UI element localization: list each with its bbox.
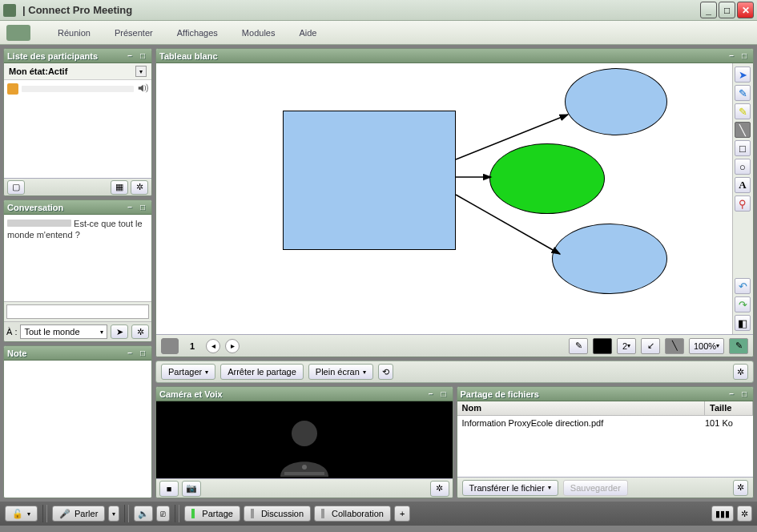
svg-line-2 — [456, 195, 560, 254]
fileshare-title: Partage de fichiers — [461, 389, 725, 399]
arrow-style-button[interactable]: ↙ — [641, 338, 660, 354]
grid-view-button[interactable]: ▦ — [111, 180, 128, 195]
share-button[interactable]: Partager▾ — [161, 364, 215, 380]
file-name: Information ProxyEcole direction.pdf — [462, 418, 706, 428]
fileshare-settings-button[interactable]: ✲ — [733, 480, 748, 496]
conversation-title: Conversation — [7, 203, 123, 212]
pod-minimize-icon[interactable]: – — [124, 203, 135, 212]
add-layout-button[interactable]: + — [394, 506, 410, 522]
chat-sender-redacted — [7, 220, 71, 227]
tool-undo[interactable]: ↶ — [735, 278, 751, 294]
sync-button[interactable]: ⟲ — [378, 364, 393, 380]
svg-point-3 — [292, 421, 317, 446]
participant-row[interactable] — [4, 80, 151, 98]
fileshare-column-name[interactable]: Nom — [457, 401, 706, 415]
layout-discussion[interactable]: Discussion — [244, 506, 311, 522]
tool-select[interactable]: ➤ — [735, 66, 751, 83]
tool-ellipse[interactable]: ○ — [735, 159, 751, 175]
layout-collaboration[interactable]: Collaboration — [314, 506, 391, 522]
chat-send-button[interactable]: ➤ — [111, 324, 128, 339]
layout-partage[interactable]: Partage — [184, 506, 240, 522]
line-style-button[interactable]: ╲ — [665, 338, 684, 354]
stroke-tool-icon[interactable]: ✎ — [569, 338, 588, 354]
fileshare-column-size[interactable]: Taille — [705, 401, 753, 415]
talk-options-button[interactable]: ▾ — [108, 506, 119, 522]
camera-settings-button[interactable]: ✲ — [430, 481, 449, 497]
whiteboard-fit-button[interactable]: ✎ — [729, 338, 748, 354]
pod-minimize-icon[interactable]: – — [124, 51, 135, 61]
speaker-icon[interactable] — [137, 83, 148, 95]
host-icon — [7, 83, 18, 95]
chat-recipient-select[interactable]: Tout le monde ▾ — [20, 324, 107, 339]
share-settings-button[interactable]: ✲ — [733, 364, 748, 380]
status-dropdown-button[interactable]: ▾ — [135, 66, 147, 77]
color-swatch[interactable] — [593, 338, 612, 354]
page-next-button[interactable]: ▸ — [225, 339, 240, 353]
participant-name — [22, 86, 134, 92]
tool-pencil[interactable]: ✎ — [735, 85, 751, 101]
menu-affichages[interactable]: Affichages — [172, 25, 223, 41]
diagram-arrow — [456, 191, 584, 272]
tool-line[interactable]: ╲ — [735, 122, 751, 138]
file-size: 101 Ko — [705, 418, 748, 428]
bottom-bar: 🔓 ▾ 🎤 Parler ▾ 🔈 ⎚ Partage Discussion Co… — [0, 502, 757, 526]
participants-square-button[interactable]: ▢ — [7, 180, 25, 195]
voice-status-button[interactable]: 🔓 ▾ — [5, 506, 38, 522]
conversation-pod: Conversation – □ Est-ce que tout le mond… — [3, 200, 152, 342]
pod-minimize-icon[interactable]: – — [726, 51, 737, 61]
chat-input[interactable] — [6, 304, 149, 319]
stop-sharing-button[interactable]: Arrêter le partage — [220, 364, 304, 380]
tool-text[interactable]: A — [735, 177, 751, 193]
pod-maximize-icon[interactable]: □ — [137, 349, 148, 358]
diagram-rectangle[interactable] — [283, 111, 456, 250]
whiteboard-stop-button[interactable] — [161, 338, 179, 354]
camera-toggle-button[interactable]: 📷 — [182, 481, 201, 497]
pod-maximize-icon[interactable]: □ — [739, 51, 750, 61]
volume-button[interactable]: 🔈 — [134, 506, 153, 522]
camera-stop-button[interactable]: ■ — [159, 481, 179, 497]
window-maximize-button[interactable]: □ — [719, 2, 735, 18]
participants-settings-button[interactable]: ✲ — [131, 180, 148, 195]
svg-line-0 — [456, 115, 568, 159]
chat-recipient-value: Tout le monde — [24, 327, 79, 337]
tool-redo[interactable]: ↷ — [735, 296, 751, 312]
fullscreen-button[interactable]: Plein écran▾ — [308, 364, 373, 380]
talk-button[interactable]: 🎤 Parler — [52, 506, 105, 522]
options-button[interactable]: ⎚ — [156, 506, 170, 522]
pod-minimize-icon[interactable]: – — [726, 389, 737, 399]
whiteboard-pod: Tableau blanc – □ ➤ — [155, 48, 754, 357]
chat-settings-button[interactable]: ✲ — [131, 324, 149, 339]
window-title: | Connect Pro Meeting — [22, 4, 700, 16]
window-minimize-button[interactable]: _ — [700, 2, 717, 18]
chevron-down-icon: ▾ — [205, 369, 208, 376]
menu-aide[interactable]: Aide — [294, 25, 321, 41]
menu-presenter[interactable]: Présenter — [110, 25, 158, 41]
tool-highlighter[interactable]: ✎ — [735, 103, 751, 119]
bandwidth-button[interactable]: ▮▮▮ — [711, 506, 734, 522]
fileshare-pod: Partage de fichiers – □ Nom Taille Infor… — [457, 386, 755, 498]
menu-reunion[interactable]: Réunion — [53, 25, 95, 41]
note-body[interactable] — [4, 361, 151, 498]
pod-maximize-icon[interactable]: □ — [438, 389, 449, 399]
tool-stamp[interactable]: ⚲ — [735, 195, 751, 212]
page-prev-button[interactable]: ◂ — [206, 339, 220, 353]
zoom-select[interactable]: 100% ▾ — [689, 338, 724, 354]
menu-modules[interactable]: Modules — [237, 25, 280, 41]
pod-maximize-icon[interactable]: □ — [739, 389, 750, 399]
pod-minimize-icon[interactable]: – — [124, 349, 135, 358]
tool-eraser[interactable]: ◧ — [735, 315, 751, 331]
file-row[interactable]: Information ProxyEcole direction.pdf 101… — [457, 416, 754, 430]
window-titlebar: | Connect Pro Meeting _ □ ✕ — [0, 0, 757, 21]
whiteboard-canvas[interactable]: ➤ ✎ ✎ ╲ □ ○ A ⚲ ↶ ↷ ◧ — [156, 63, 753, 334]
pod-maximize-icon[interactable]: □ — [137, 203, 148, 212]
tool-rectangle[interactable]: □ — [735, 140, 751, 156]
pod-maximize-icon[interactable]: □ — [137, 51, 148, 61]
transfer-file-button[interactable]: Transférer le fichier▾ — [462, 480, 558, 496]
window-close-button[interactable]: ✕ — [737, 2, 754, 18]
brand-logo — [6, 25, 30, 41]
chat-messages: Est-ce que tout le monde m'entend ? — [4, 215, 151, 244]
stroke-width-value[interactable]: 2 ▾ — [617, 338, 636, 354]
bottombar-settings-button[interactable]: ✲ — [737, 506, 752, 522]
save-file-button[interactable]: Sauvegarder — [563, 480, 628, 496]
pod-minimize-icon[interactable]: – — [425, 389, 437, 399]
